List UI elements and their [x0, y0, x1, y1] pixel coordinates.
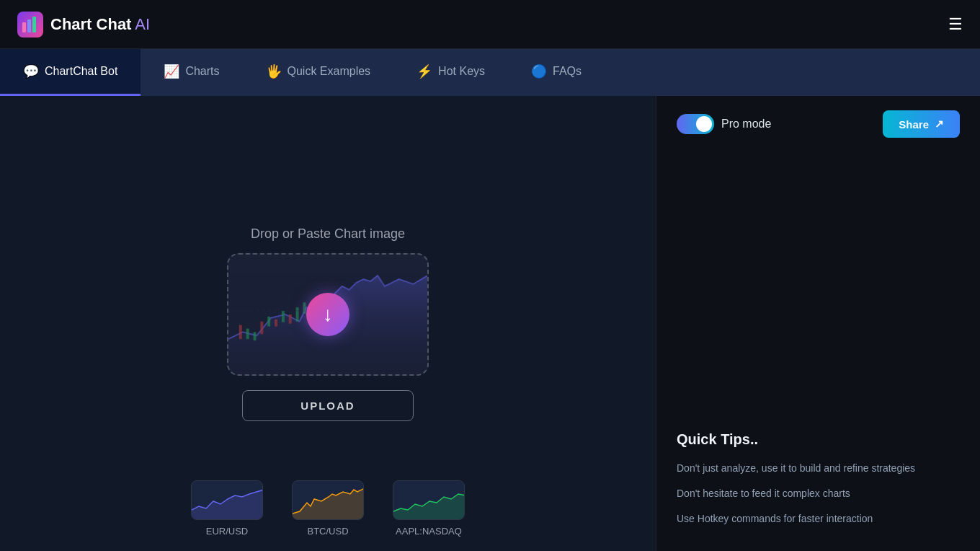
svg-rect-3	[239, 325, 242, 339]
thumbnails-row: EUR/USD BTC/USD	[0, 480, 656, 537]
svg-rect-6	[260, 321, 263, 334]
right-panel: Pro mode Share ↗ Quick Tips.. Don't just…	[656, 96, 980, 551]
svg-rect-7	[267, 316, 270, 326]
tip-2: Don't hesitate to feed it complex charts	[677, 486, 960, 501]
pro-mode-toggle[interactable]	[677, 114, 714, 134]
tab-quick-examples[interactable]: 🖐 Quick Examples	[243, 49, 394, 96]
nav-tabs: 💬 ChartChat Bot 📈 Charts 🖐 Quick Example…	[0, 49, 980, 96]
thumbnail-eurusd[interactable]: EUR/USD	[191, 480, 263, 537]
aapl-label: AAPL:NASDAQ	[396, 526, 462, 537]
tip-1: Don't just analyze, use it to build and …	[677, 461, 960, 476]
quick-examples-icon: 🖐	[266, 63, 282, 79]
chartchat-bot-icon: 💬	[23, 63, 39, 79]
svg-rect-0	[22, 22, 26, 32]
quick-tips-area: Quick Tips.. Don't just analyze, use it …	[677, 431, 960, 537]
logo-area: Chart Chat AI	[17, 12, 150, 38]
svg-rect-12	[303, 302, 306, 314]
drop-arrow-icon: ↓	[306, 293, 349, 336]
app-title: Chart Chat AI	[50, 15, 150, 34]
upload-button[interactable]: UPLOAD	[242, 390, 413, 421]
main-content: Drop or Paste Chart image	[0, 96, 980, 551]
eurusd-chart-thumb	[191, 480, 263, 520]
toggle-knob	[696, 116, 712, 132]
tab-charts[interactable]: 📈 Charts	[141, 49, 242, 96]
drop-zone[interactable]: ↓	[227, 253, 429, 376]
left-panel: Drop or Paste Chart image	[0, 96, 656, 551]
eurusd-label: EUR/USD	[206, 526, 249, 537]
svg-rect-1	[27, 19, 31, 32]
quick-tips-title: Quick Tips..	[677, 431, 960, 448]
tab-faqs[interactable]: 🔵 FAQs	[508, 49, 605, 96]
share-icon: ↗	[935, 118, 944, 131]
svg-rect-10	[289, 314, 292, 324]
pro-mode-row: Pro mode Share ↗	[677, 110, 960, 138]
logo-icon	[17, 12, 43, 38]
aapl-chart-thumb	[393, 480, 465, 520]
tab-hot-keys[interactable]: ⚡ Hot Keys	[393, 49, 508, 96]
btcusd-chart-thumb	[292, 480, 364, 520]
hot-keys-icon: ⚡	[416, 63, 432, 79]
svg-rect-9	[282, 311, 285, 322]
app-header: Chart Chat AI ☰	[0, 0, 980, 49]
drop-label: Drop or Paste Chart image	[251, 226, 405, 242]
thumbnail-aapl[interactable]: AAPL:NASDAQ	[393, 480, 465, 537]
charts-icon: 📈	[164, 63, 179, 79]
btcusd-label: BTC/USD	[307, 526, 348, 537]
pro-mode-label: Pro mode	[721, 118, 771, 131]
thumbnail-btcusd[interactable]: BTC/USD	[292, 480, 364, 537]
pro-mode-toggle-group: Pro mode	[677, 114, 771, 134]
menu-button[interactable]: ☰	[948, 15, 963, 34]
svg-rect-2	[32, 17, 36, 32]
svg-rect-4	[246, 328, 249, 339]
faqs-icon: 🔵	[531, 63, 547, 79]
svg-rect-8	[275, 319, 277, 326]
share-button[interactable]: Share ↗	[883, 110, 960, 138]
svg-rect-11	[296, 307, 299, 322]
tab-chartchat-bot[interactable]: 💬 ChartChat Bot	[0, 49, 141, 96]
tip-3: Use Hotkey commands for faster interacti…	[677, 511, 960, 526]
